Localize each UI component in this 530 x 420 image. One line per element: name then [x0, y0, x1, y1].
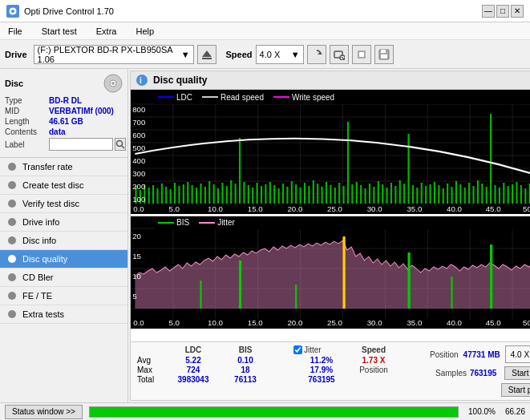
svg-text:25.0: 25.0: [327, 205, 342, 213]
svg-text:45.0: 45.0: [486, 319, 501, 327]
menu-start-test[interactable]: Start test: [37, 25, 82, 38]
svg-rect-59: [187, 182, 188, 204]
sidebar-item-fe---te[interactable]: FE / TE: [0, 287, 127, 305]
svg-rect-81: [282, 184, 284, 204]
chart-header: i Disc quality: [131, 71, 530, 90]
refresh-button[interactable]: [307, 45, 326, 64]
drive-dropdown[interactable]: (F:) PLEXTOR BD-R PX-LB950SA 1.06 ▼: [34, 45, 194, 64]
svg-rect-187: [239, 260, 241, 309]
nav-icon: [6, 309, 18, 320]
start-part-button[interactable]: Start part: [501, 383, 530, 397]
svg-rect-102: [373, 187, 374, 204]
contents-key: Contents: [5, 127, 49, 136]
svg-rect-93: [334, 188, 336, 204]
svg-rect-57: [178, 186, 180, 204]
status-bar: Status window >> 100.0% 66.26: [0, 402, 530, 420]
svg-rect-100: [364, 188, 366, 204]
speed-stat-dropdown[interactable]: 4.0 X: [506, 349, 530, 361]
svg-text:35.0: 35.0: [407, 205, 422, 213]
eject-button[interactable]: [197, 45, 216, 64]
svg-point-27: [136, 75, 148, 86]
svg-rect-136: [520, 185, 522, 204]
sidebar-item-drive-info[interactable]: Drive info: [0, 213, 127, 232]
speed-header: Speed: [350, 345, 398, 354]
svg-rect-61: [196, 188, 197, 204]
nav-label: Verify test disc: [22, 199, 79, 208]
main-content: Disc Type BD-R DL MID VERBATIMf (000) Le…: [0, 69, 530, 402]
svg-rect-82: [286, 187, 288, 204]
avg-bis: 0.10: [221, 356, 269, 365]
svg-point-26: [8, 310, 16, 318]
svg-rect-123: [464, 188, 466, 204]
sidebar-item-cd-bler[interactable]: CD Bler: [0, 269, 127, 287]
samples-key: Samples: [435, 369, 467, 378]
app-icon: [6, 5, 19, 18]
svg-rect-132: [503, 183, 504, 204]
upper-chart-svg: 800 700 600 500 400 300 200 100 18X 16X …: [131, 90, 530, 214]
svg-text:20.0: 20.0: [287, 205, 302, 213]
svg-rect-116: [434, 182, 435, 204]
drive-label: Drive: [5, 50, 27, 59]
type-key: Type: [5, 96, 49, 105]
sidebar-item-create-test-disc[interactable]: Create test disc: [0, 176, 127, 195]
position-label: Position: [350, 365, 398, 374]
menu-help[interactable]: Help: [131, 25, 159, 38]
scan-button1[interactable]: [330, 45, 349, 64]
chart-title: Disc quality: [153, 75, 207, 86]
close-button[interactable]: ✕: [511, 5, 524, 18]
jitter-checkbox[interactable]: [293, 345, 302, 354]
avg-ldc: 5.22: [165, 356, 221, 365]
toolbar: Drive (F:) PLEXTOR BD-R PX-LB950SA 1.06 …: [0, 40, 530, 69]
samples-val: 763195: [470, 369, 496, 378]
sidebar-item-disc-info[interactable]: Disc info: [0, 232, 127, 250]
sidebar-item-transfer-rate[interactable]: Transfer rate: [0, 158, 127, 176]
svg-rect-126: [477, 180, 479, 204]
svg-rect-133: [508, 186, 509, 204]
start-full-button[interactable]: Start full: [504, 366, 530, 380]
sidebar-item-verify-test-disc[interactable]: Verify test disc: [0, 195, 127, 213]
svg-point-15: [111, 82, 115, 85]
menu-extra[interactable]: Extra: [91, 25, 122, 38]
nav-label: Drive info: [22, 217, 59, 227]
svg-text:10.0: 10.0: [208, 205, 223, 213]
max-bis: 18: [221, 365, 269, 374]
svg-rect-86: [304, 183, 305, 204]
svg-text:20: 20: [132, 232, 141, 240]
status-window-button[interactable]: Status window >>: [5, 405, 83, 419]
svg-rect-9: [359, 52, 364, 57]
svg-rect-190: [200, 281, 201, 309]
svg-point-21: [8, 218, 16, 226]
svg-marker-4: [318, 52, 322, 55]
svg-rect-106: [390, 183, 392, 204]
svg-rect-111: [412, 185, 414, 204]
jitter-header: Jitter: [293, 345, 350, 354]
svg-marker-2: [202, 50, 212, 57]
svg-text:50.0 GB: 50.0 GB: [523, 319, 530, 327]
maximize-button[interactable]: □: [496, 5, 509, 18]
speed-dropdown[interactable]: 4.0 X ▼: [256, 45, 304, 64]
scan-button2[interactable]: [352, 45, 371, 64]
nav-label: Extra tests: [22, 309, 64, 319]
svg-rect-98: [356, 182, 358, 204]
label-search-button[interactable]: [115, 138, 126, 151]
sidebar: Disc Type BD-R DL MID VERBATIMf (000) Le…: [0, 69, 128, 402]
disc-icon: [103, 74, 123, 93]
svg-rect-85: [300, 188, 301, 204]
label-key: Label: [5, 140, 49, 149]
svg-rect-96: [347, 122, 349, 204]
save-button[interactable]: [374, 45, 394, 64]
menu-file[interactable]: File: [3, 25, 27, 38]
label-input[interactable]: [49, 138, 113, 151]
svg-rect-109: [403, 184, 405, 204]
sidebar-item-disc-quality[interactable]: Disc quality: [0, 250, 127, 269]
mid-key: MID: [5, 107, 49, 115]
progress-bar-container: [89, 406, 459, 418]
nav-label: CD Bler: [22, 273, 54, 282]
svg-rect-67: [221, 183, 223, 204]
svg-text:30.0: 30.0: [367, 319, 382, 327]
svg-text:15.0: 15.0: [248, 205, 263, 213]
progress-bar: [90, 407, 458, 417]
sidebar-item-extra-tests[interactable]: Extra tests: [0, 305, 127, 324]
minimize-button[interactable]: —: [482, 5, 495, 18]
jitter-legend: Jitter: [199, 218, 235, 227]
